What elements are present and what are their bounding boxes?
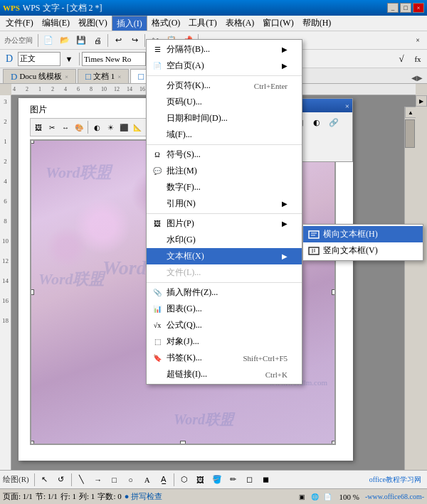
undo-btn[interactable]: ↩	[110, 33, 126, 48]
page-info: 页面: 1/1	[3, 491, 33, 502]
draw-insert-clip[interactable]: 🖼	[193, 472, 209, 488]
menu-blank-page[interactable]: 📄 空白页(A) ▶	[147, 58, 302, 74]
svg-rect-0	[309, 231, 319, 238]
menu-hyperlink[interactable]: 超链接(I)... Ctrl+K	[147, 366, 302, 382]
view-web[interactable]: 🌐	[310, 491, 321, 503]
menu-window[interactable]: 窗口(W)	[258, 16, 297, 31]
open-btn[interactable]: 📂	[57, 33, 73, 48]
tab-close-1[interactable]: ×	[65, 73, 68, 80]
handle-bc[interactable]	[180, 441, 186, 445]
menu-chart[interactable]: 📊 图表(G)...	[147, 301, 302, 317]
title-bar: WPS WPS 文字 - [文档 2 *] _ □ ×	[0, 0, 427, 16]
handle-tl[interactable]	[30, 139, 34, 144]
draw-textbox[interactable]: A	[139, 472, 155, 488]
draw-line-color[interactable]: ✏	[226, 472, 241, 488]
tab-nav-btn[interactable]: ◀▶	[407, 73, 427, 83]
scroll-up-btn[interactable]: ▲	[405, 107, 416, 118]
scrollbar-vertical[interactable]: ▲ ▼	[404, 107, 416, 493]
menu-number[interactable]: 数字(F)...	[147, 179, 302, 195]
draw-shapes[interactable]: ⬡	[176, 472, 192, 488]
menu-table[interactable]: 表格(A)	[221, 16, 259, 31]
menu-insert-attach[interactable]: 📎 插入附件(Z)...	[147, 284, 302, 301]
draw-3d[interactable]: ◼	[258, 472, 274, 488]
bookmark-icon: 🔖	[151, 353, 164, 364]
menu-separator-item[interactable]: ☰ 分隔符(B)... ▶	[147, 41, 302, 58]
attach-icon: 📎	[151, 287, 164, 299]
save-btn[interactable]: 💾	[73, 33, 89, 48]
restore-button[interactable]: □	[400, 3, 411, 13]
draw-rotate[interactable]: ↺	[53, 472, 69, 488]
panel-btn-8[interactable]: 🔗	[327, 115, 341, 129]
menu-comment[interactable]: 💬 批注(M)	[147, 163, 302, 179]
view-print[interactable]: 📄	[322, 491, 334, 503]
img-tb-2[interactable]: ✂	[46, 121, 58, 134]
draw-select[interactable]: ↖	[37, 472, 53, 488]
menu-edit[interactable]: 编辑(E)	[38, 16, 74, 31]
menu-page-num[interactable]: 页码(U)...	[147, 94, 302, 110]
handle-ml[interactable]	[30, 289, 34, 295]
font-combo[interactable]: Times New Ro	[82, 52, 146, 66]
menu-picture[interactable]: 🖼 图片(P) ▶	[147, 215, 302, 232]
site-link[interactable]: office教程学习网	[369, 475, 421, 485]
new-btn[interactable]: 📄	[41, 33, 56, 48]
menu-view[interactable]: 视图(V)	[74, 16, 112, 31]
img-tb-6[interactable]: ☀	[104, 121, 117, 134]
panel-btn-7[interactable]: ◐	[310, 115, 324, 129]
menu-insert[interactable]: 插入(I)	[112, 16, 147, 31]
scroll-thumb[interactable]	[405, 119, 415, 148]
tab-doc1[interactable]: □ 文档 1 ×	[78, 69, 129, 83]
menu-file[interactable]: 文件(F)	[1, 16, 38, 31]
img-tb-5[interactable]: ◐	[90, 121, 103, 134]
img-tb-1[interactable]: 🖼	[32, 121, 45, 134]
spell-check[interactable]: ● 拼写检查	[125, 491, 162, 502]
img-tb-3[interactable]: ↔	[59, 121, 72, 134]
img-tb-7[interactable]: ⬛	[117, 121, 130, 134]
view-normal[interactable]: ▣	[297, 491, 308, 503]
menu-field[interactable]: 域(F)...	[147, 127, 302, 143]
draw-rect[interactable]: □	[107, 472, 122, 488]
submenu-horizontal[interactable]: 横向文本框(H)	[303, 226, 423, 242]
zoom-label: 100 %	[339, 493, 359, 501]
picture-icon: 🖼	[151, 218, 164, 230]
menu-object[interactable]: ⬚ 对象(J)...	[147, 333, 302, 350]
handle-mr[interactable]	[332, 289, 336, 295]
minimize-button[interactable]: _	[387, 3, 399, 13]
menu-page-break[interactable]: 分页符(K)... Ctrl+Enter	[147, 77, 302, 94]
img-panel-close[interactable]: ×	[345, 102, 349, 110]
menu-formula[interactable]: √x 公式(Q)...	[147, 317, 302, 333]
menu-symbol[interactable]: Ω 符号(S)...	[147, 146, 302, 163]
redo-btn[interactable]: ↪	[127, 33, 142, 48]
chart-icon: 📊	[151, 304, 164, 315]
app-window: WPS WPS 文字 - [文档 2 *] _ □ × 文件(F) 编辑(E) …	[0, 0, 427, 504]
draw-wordart[interactable]: A̲	[156, 472, 172, 488]
draw-arrow[interactable]: →	[90, 472, 106, 488]
tab-close-2[interactable]: ×	[117, 73, 121, 80]
print-btn[interactable]: 🖨	[90, 33, 105, 48]
tab-docu-template[interactable]: D Docu 线模板 ×	[3, 69, 76, 83]
menu-textbox[interactable]: 文本框(X) ▶	[147, 248, 302, 264]
handle-br[interactable]	[332, 441, 336, 445]
window-controls[interactable]: _ □ ×	[387, 3, 424, 13]
close-button[interactable]: ×	[413, 3, 424, 13]
draw-shadow[interactable]: ◻	[242, 472, 258, 488]
draw-line[interactable]: ╲	[74, 472, 90, 488]
menu-datetime[interactable]: 日期和时间(D)...	[147, 110, 302, 127]
img-tb-4[interactable]: 🎨	[73, 121, 85, 134]
close-doc-btn[interactable]: ×	[410, 33, 426, 48]
img-tb-8[interactable]: 📐	[131, 121, 144, 134]
draw-ellipse[interactable]: ○	[123, 472, 139, 488]
side-btn-1[interactable]: ▶	[416, 95, 427, 107]
menu-quote[interactable]: 引用(N) ▶	[147, 195, 302, 212]
style-dropdown[interactable]: ▼	[61, 51, 77, 67]
menu-watermark[interactable]: 水印(G)	[147, 232, 302, 248]
sqrt-btn[interactable]: √	[394, 51, 409, 67]
style-combo[interactable]: 正文	[18, 52, 60, 66]
menu-bookmark[interactable]: 🔖 书签(K)... Shift+Ctrl+F5	[147, 350, 302, 366]
formula-btn[interactable]: fx	[410, 51, 426, 67]
menu-tools[interactable]: 工具(T)	[184, 16, 221, 31]
menu-format[interactable]: 格式(O)	[147, 16, 185, 31]
draw-fill[interactable]: 🪣	[209, 472, 225, 488]
handle-bl[interactable]	[30, 441, 34, 445]
submenu-vertical[interactable]: 竖向文本框(V)	[303, 242, 423, 259]
menu-help[interactable]: 帮助(H)	[298, 16, 336, 31]
